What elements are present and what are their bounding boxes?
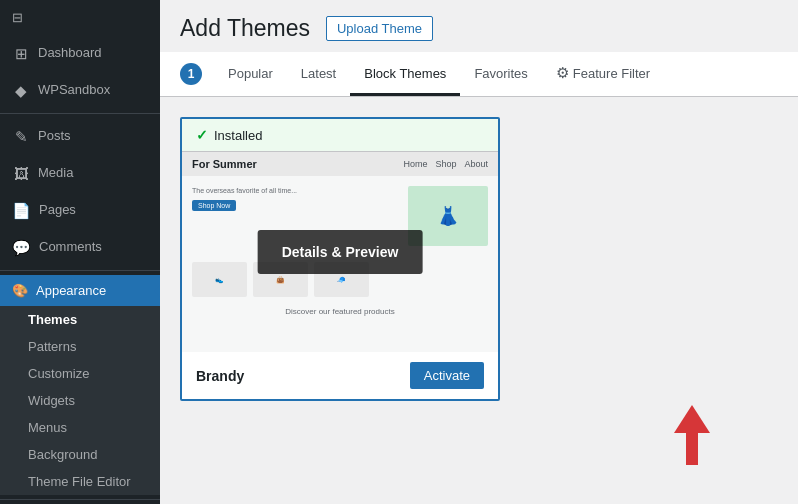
sidebar-item-menus[interactable]: Menus: [0, 414, 160, 441]
upload-theme-button[interactable]: Upload Theme: [326, 16, 433, 41]
theme-grid: ✓ Installed For Summer Home Shop About T…: [160, 97, 798, 485]
tab-feature-filter[interactable]: ⚙Feature Filter: [542, 52, 664, 97]
sidebar-item-themes[interactable]: Themes: [0, 306, 160, 333]
preview-site-title: For Summer: [192, 158, 257, 170]
page-header: Add Themes Upload Theme: [160, 0, 798, 52]
pages-icon: 📄: [12, 200, 31, 221]
check-icon: ✓: [196, 127, 208, 143]
theme-card-brandy: ✓ Installed For Summer Home Shop About T…: [180, 117, 500, 401]
sidebar-item-label: Media: [38, 164, 73, 182]
sidebar-item-customize[interactable]: Customize: [0, 360, 160, 387]
tab-badge: 1: [180, 63, 202, 85]
tab-bar: 1 Popular Latest Block Themes Favorites …: [160, 52, 798, 97]
page-title: Add Themes: [180, 15, 310, 42]
sidebar-item-background[interactable]: Background: [0, 441, 160, 468]
divider: [0, 499, 160, 500]
installed-bar: ✓ Installed: [182, 119, 498, 152]
sidebar-item-dashboard[interactable]: ⊞ Dashboard: [0, 35, 160, 72]
sidebar-item-media[interactable]: 🖼 Media: [0, 155, 160, 192]
wpsandbox-icon: ◆: [12, 80, 30, 101]
sidebar-item-wpsandbox[interactable]: ◆ WPSandbox: [0, 72, 160, 109]
main-content: Add Themes Upload Theme 1 Popular Latest…: [160, 0, 798, 504]
sidebar-item-label: Pages: [39, 201, 76, 219]
preview-description: The overseas favorite of all time...: [192, 186, 400, 196]
preview-discover: Discover our featured products: [182, 303, 498, 320]
divider: [0, 113, 160, 114]
dashboard-icon: ⊞: [12, 43, 30, 64]
comments-icon: 💬: [12, 237, 31, 258]
preview-cta-btn: Shop Now: [192, 200, 236, 211]
sidebar-item-pages[interactable]: 📄 Pages: [0, 192, 160, 229]
arrow-visual: [674, 405, 710, 465]
activate-button[interactable]: Activate: [410, 362, 484, 389]
theme-card-footer: Brandy Activate: [182, 352, 498, 399]
preview-nav-about: About: [464, 159, 488, 169]
arrow-container: [180, 405, 778, 465]
tab-popular[interactable]: Popular: [214, 54, 287, 96]
sidebar-item-label: WPSandbox: [38, 81, 110, 99]
tab-block-themes[interactable]: Block Themes: [350, 54, 460, 96]
sidebar-item-label: Comments: [39, 238, 102, 256]
sidebar-item-label: Posts: [38, 127, 71, 145]
preview-feature-1: 👟: [192, 262, 247, 297]
media-icon: 🖼: [12, 163, 30, 184]
appearance-icon: 🎨: [12, 283, 28, 298]
sidebar-item-label: Appearance: [36, 283, 106, 298]
appearance-section: 🎨 Appearance Themes Patterns Customize W…: [0, 275, 160, 495]
posts-icon: ✎: [12, 126, 30, 147]
wp-logo: ⊟: [0, 0, 160, 35]
installed-label: Installed: [214, 128, 262, 143]
sidebar-item-comments[interactable]: 💬 Comments: [0, 229, 160, 266]
sidebar-item-label: Dashboard: [38, 44, 102, 62]
tab-latest[interactable]: Latest: [287, 54, 350, 96]
feature-icon: 👜: [276, 276, 285, 284]
gear-icon: ⚙: [556, 64, 569, 81]
sidebar: ⊟ ⊞ Dashboard ◆ WPSandbox ✎ Posts 🖼 Medi…: [0, 0, 160, 504]
details-preview-overlay[interactable]: Details & Preview: [258, 230, 423, 274]
preview-nav-shop: Shop: [435, 159, 456, 169]
wp-icon: ⊟: [12, 10, 23, 25]
sidebar-item-theme-file-editor[interactable]: Theme File Editor: [0, 468, 160, 495]
theme-name: Brandy: [196, 368, 244, 384]
sidebar-item-patterns[interactable]: Patterns: [0, 333, 160, 360]
feature-icon: 🧢: [337, 276, 346, 284]
sidebar-item-widgets[interactable]: Widgets: [0, 387, 160, 414]
preview-header: For Summer Home Shop About: [182, 152, 498, 176]
tab-favorites[interactable]: Favorites: [460, 54, 541, 96]
sidebar-item-posts[interactable]: ✎ Posts: [0, 118, 160, 155]
arrow-up-head: [674, 405, 710, 433]
preview-nav-home: Home: [403, 159, 427, 169]
sidebar-item-appearance[interactable]: 🎨 Appearance: [0, 275, 160, 306]
feature-icon: 👟: [215, 276, 224, 284]
theme-preview: For Summer Home Shop About The overseas …: [182, 152, 498, 352]
arrow-shaft: [686, 433, 698, 465]
divider: [0, 270, 160, 271]
preview-nav: Home Shop About: [403, 159, 488, 169]
